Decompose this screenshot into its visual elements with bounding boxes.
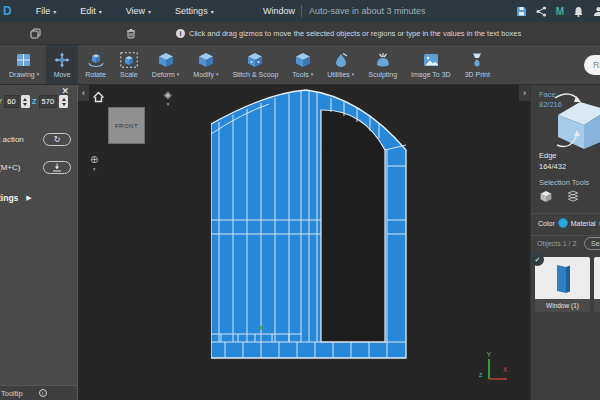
y-axis-field-label: Y	[0, 97, 2, 106]
notification-bar: i Click and drag gizmos to move the sele…	[0, 22, 600, 45]
collapse-right-panel-button[interactable]: ›	[519, 85, 530, 101]
search-objects-button[interactable]: Search	[584, 237, 600, 250]
viewport[interactable]: ‹ › FRONT ◈ ▼ ⊕ ▼	[78, 85, 530, 400]
settings-expander[interactable]: tings ▶	[0, 193, 32, 203]
tool-3d-print[interactable]: 3D Print	[458, 45, 497, 84]
object-card-partial[interactable]	[594, 257, 600, 312]
menu-file[interactable]: File▾	[36, 6, 57, 16]
menubar-items: File▾Edit▾View▾Settings▾	[12, 6, 214, 16]
window-model[interactable]	[211, 88, 407, 360]
rotate-icon	[87, 52, 105, 68]
modify-icon	[197, 52, 215, 68]
y-axis-label: Y	[487, 351, 492, 358]
menu-view[interactable]: View▾	[126, 6, 151, 16]
chevron-down-icon: ▼	[164, 102, 172, 107]
move-tool-panel: ✕ Y60Z570 t action ↻ (M+C) tings ▶ Toolt…	[0, 85, 78, 400]
home-view-button[interactable]	[92, 91, 105, 103]
edge-label: Edge	[539, 151, 557, 160]
z-axis-field-label: Z	[32, 97, 37, 106]
hint-message: i Click and drag gizmos to move the sele…	[176, 29, 521, 38]
mesh-select-icon[interactable]	[566, 190, 580, 203]
z-value-input[interactable]: 570	[39, 95, 58, 108]
menu-edit[interactable]: Edit▾	[80, 6, 102, 16]
edge-count: 164/432	[539, 162, 566, 171]
divider	[531, 235, 600, 236]
account-m-badge[interactable]: M	[556, 6, 564, 17]
color-label: Color	[538, 220, 555, 227]
selection-tool-icons	[539, 190, 580, 203]
tool-sculpting[interactable]: Sculpting	[361, 45, 404, 84]
menubar-icons: M	[516, 0, 600, 22]
tool-drawing[interactable]: Drawing▾	[2, 45, 46, 84]
gizmo-grid-icon: ◈	[164, 90, 172, 100]
solid-select-icon[interactable]	[539, 190, 553, 203]
tooltip-footer: Tooltip i	[0, 385, 77, 400]
mc-row: (M+C)	[0, 161, 71, 174]
gizmo-mode-button[interactable]: ◈ ▼	[164, 90, 172, 107]
tool-move[interactable]: Move	[46, 45, 78, 84]
menu-settings[interactable]: Settings▾	[175, 6, 214, 16]
main-area: ✕ Y60Z570 t action ↻ (M+C) tings ▶ Toolt…	[0, 85, 600, 400]
render-button[interactable]: Render	[584, 55, 600, 75]
stitch-scoop-icon	[246, 52, 264, 68]
menubar-separator	[301, 5, 302, 17]
z-axis-label: Z	[479, 372, 483, 378]
tool-modify[interactable]: Modify▾	[186, 45, 225, 84]
info-icon: i	[176, 29, 185, 38]
x-axis-label: X	[503, 366, 508, 373]
object-thumbnail	[535, 259, 590, 299]
deform-icon	[157, 52, 175, 68]
sculpting-icon	[374, 52, 392, 68]
delete-icon[interactable]	[126, 28, 136, 39]
position-fields: Y60Z570	[0, 95, 68, 108]
y-value-input[interactable]: 60	[4, 95, 18, 108]
y-stepper[interactable]	[21, 95, 30, 108]
user-icon[interactable]	[593, 6, 600, 17]
chevron-down-icon: ▼	[90, 167, 98, 172]
snap-mode-button[interactable]: ⊕ ▼	[90, 155, 98, 172]
image-to-3d-icon	[422, 52, 440, 68]
scale-icon	[120, 52, 138, 68]
utilities-icon	[332, 52, 350, 68]
tool-scale[interactable]: Scale	[113, 45, 145, 84]
tool-stitch-scoop[interactable]: Stitch & Scoop	[225, 45, 285, 84]
nav-cube[interactable]: FRONT	[108, 107, 145, 144]
tool-image-to-3d[interactable]: Image To 3D	[404, 45, 458, 84]
material-label[interactable]: Material	[571, 220, 596, 227]
app-logo[interactable]: D	[3, 4, 12, 18]
repeat-action-row: t action ↻	[0, 133, 71, 146]
object-name: Window (1)	[535, 299, 590, 312]
autosave-status: Auto-save in about 3 minutes	[309, 6, 426, 16]
expand-arrow-icon: ▶	[26, 194, 31, 202]
selection-tools-heading: Selection Tools	[539, 178, 589, 187]
axis-gizmo: Y X Z	[469, 351, 515, 397]
tool-deform[interactable]: Deform▾	[145, 45, 186, 84]
menubar: D File▾Edit▾View▾Settings▾ Window Auto-s…	[0, 0, 600, 22]
object-card-window-1[interactable]: ✓ Window (1)	[535, 257, 590, 312]
snap-target-icon: ⊕	[90, 155, 98, 165]
divider	[531, 213, 600, 214]
objects-count-label: Objects 1 / 2	[537, 240, 576, 247]
color-material-row: Color Material	[538, 218, 600, 228]
copy-icon[interactable]	[30, 28, 41, 39]
tooltip-info-icon[interactable]: i	[39, 389, 47, 397]
share-icon[interactable]	[536, 6, 547, 17]
save-icon[interactable]	[516, 6, 527, 17]
tools-icon	[294, 52, 312, 68]
move-icon	[53, 52, 71, 68]
drop-to-ground-button[interactable]	[43, 161, 71, 174]
tool-tools[interactable]: Tools▾	[285, 45, 320, 84]
tool-rotate[interactable]: Rotate	[78, 45, 113, 84]
tool-utilities[interactable]: Utilities▾	[320, 45, 361, 84]
selection-cube-illustration	[554, 87, 600, 151]
window-opening	[321, 110, 385, 342]
toolbar: Drawing▾MoveRotateScaleDeform▾Modify▾Sti…	[0, 45, 600, 85]
right-panel: Face 82/216 Edge 164/432 Selection Tools…	[530, 85, 600, 400]
document-title: Window	[263, 6, 295, 16]
collapse-left-panel-button[interactable]: ‹	[78, 85, 89, 101]
bell-icon[interactable]	[573, 6, 584, 17]
redo-action-button[interactable]: ↻	[43, 133, 71, 146]
color-swatch[interactable]	[558, 218, 568, 228]
drawing-icon	[15, 52, 33, 68]
z-stepper[interactable]	[59, 95, 68, 108]
